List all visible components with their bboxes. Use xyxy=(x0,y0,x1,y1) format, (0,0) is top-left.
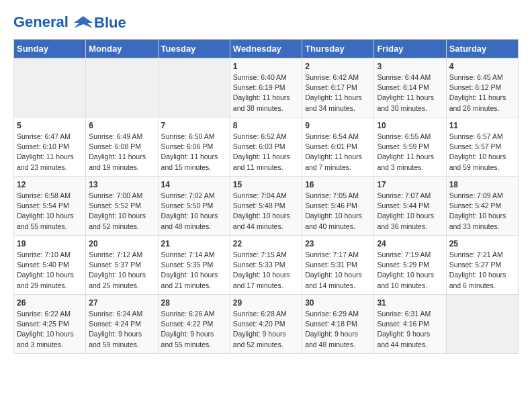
daylight-text: Daylight: 10 hours and 44 minutes. xyxy=(233,212,290,230)
calendar-cell: 6 Sunrise: 6:49 AM Sunset: 6:08 PM Dayli… xyxy=(86,118,158,177)
daylight-text: Daylight: 10 hours and 55 minutes. xyxy=(17,212,74,230)
calendar-cell xyxy=(446,295,518,354)
sunset-text: Sunset: 5:35 PM xyxy=(161,261,214,269)
sunset-text: Sunset: 5:54 PM xyxy=(17,201,69,210)
daylight-text: Daylight: 10 hours and 3 minutes. xyxy=(17,330,74,348)
day-number: 20 xyxy=(89,239,154,248)
day-number: 2 xyxy=(305,62,371,71)
day-number: 28 xyxy=(161,298,227,308)
daylight-text: Daylight: 10 hours and 48 minutes. xyxy=(161,212,218,230)
day-info: Sunrise: 7:02 AM Sunset: 5:50 PM Dayligh… xyxy=(161,191,227,232)
calendar-cell: 31 Sunrise: 6:31 AM Sunset: 4:16 PM Dayl… xyxy=(374,295,446,354)
sunset-text: Sunset: 4:18 PM xyxy=(305,320,357,328)
header-tuesday: Tuesday xyxy=(158,40,230,58)
logo: General Blue xyxy=(13,13,126,32)
day-info: Sunrise: 6:42 AM Sunset: 6:17 PM Dayligh… xyxy=(305,73,371,113)
sunrise-text: Sunrise: 7:09 AM xyxy=(449,191,503,199)
day-number: 9 xyxy=(305,121,371,130)
day-number: 17 xyxy=(377,180,443,189)
calendar-cell: 7 Sunrise: 6:50 AM Sunset: 6:06 PM Dayli… xyxy=(158,118,230,177)
daylight-text: Daylight: 10 hours and 52 minutes. xyxy=(89,212,146,230)
sunrise-text: Sunrise: 6:54 AM xyxy=(305,132,359,140)
sunrise-text: Sunrise: 7:00 AM xyxy=(89,191,142,199)
sunrise-text: Sunrise: 7:02 AM xyxy=(161,191,215,199)
day-number: 6 xyxy=(89,121,154,130)
daylight-text: Daylight: 10 hours and 25 minutes. xyxy=(89,271,146,289)
logo-blue: Blue xyxy=(94,14,126,32)
sunset-text: Sunset: 5:31 PM xyxy=(305,261,357,269)
calendar-cell: 27 Sunrise: 6:24 AM Sunset: 4:24 PM Dayl… xyxy=(86,295,158,354)
day-number: 24 xyxy=(377,239,443,248)
day-number: 21 xyxy=(161,239,227,248)
day-info: Sunrise: 6:29 AM Sunset: 4:18 PM Dayligh… xyxy=(305,309,371,350)
day-number: 1 xyxy=(233,62,299,71)
sunset-text: Sunset: 5:52 PM xyxy=(89,201,141,210)
day-number: 5 xyxy=(17,121,83,130)
logo-bird-icon xyxy=(74,13,93,32)
day-number: 7 xyxy=(161,121,227,130)
sunset-text: Sunset: 6:19 PM xyxy=(233,83,285,91)
day-info: Sunrise: 6:58 AM Sunset: 5:54 PM Dayligh… xyxy=(17,191,83,232)
sunset-text: Sunset: 6:03 PM xyxy=(233,142,285,150)
day-number: 31 xyxy=(377,298,443,308)
calendar-cell: 16 Sunrise: 7:05 AM Sunset: 5:46 PM Dayl… xyxy=(302,177,374,236)
daylight-text: Daylight: 10 hours and 36 minutes. xyxy=(377,212,434,230)
sunrise-text: Sunrise: 7:04 AM xyxy=(233,191,287,199)
sunrise-text: Sunrise: 6:57 AM xyxy=(449,132,503,140)
header-saturday: Saturday xyxy=(446,40,518,58)
daylight-text: Daylight: 11 hours and 26 minutes. xyxy=(449,93,506,111)
header-sunday: Sunday xyxy=(14,40,86,58)
day-info: Sunrise: 6:57 AM Sunset: 5:57 PM Dayligh… xyxy=(449,132,515,173)
week-row-3: 12 Sunrise: 6:58 AM Sunset: 5:54 PM Dayl… xyxy=(14,177,519,236)
calendar-cell: 19 Sunrise: 7:10 AM Sunset: 5:40 PM Dayl… xyxy=(14,236,86,295)
svg-marker-0 xyxy=(74,16,93,28)
day-info: Sunrise: 7:17 AM Sunset: 5:31 PM Dayligh… xyxy=(305,250,371,291)
sunset-text: Sunset: 6:14 PM xyxy=(377,83,429,91)
calendar-table: SundayMondayTuesdayWednesdayThursdayFrid… xyxy=(13,39,519,354)
day-number: 26 xyxy=(17,298,83,308)
day-info: Sunrise: 6:24 AM Sunset: 4:24 PM Dayligh… xyxy=(89,309,154,350)
sunrise-text: Sunrise: 7:21 AM xyxy=(449,250,503,259)
sunrise-text: Sunrise: 7:10 AM xyxy=(17,250,71,259)
calendar-cell: 1 Sunrise: 6:40 AM Sunset: 6:19 PM Dayli… xyxy=(230,58,302,118)
day-info: Sunrise: 7:14 AM Sunset: 5:35 PM Dayligh… xyxy=(161,250,227,291)
day-info: Sunrise: 7:21 AM Sunset: 5:27 PM Dayligh… xyxy=(449,250,515,291)
calendar-cell: 28 Sunrise: 6:26 AM Sunset: 4:22 PM Dayl… xyxy=(158,295,230,354)
calendar-cell: 20 Sunrise: 7:12 AM Sunset: 5:37 PM Dayl… xyxy=(86,236,158,295)
day-info: Sunrise: 6:26 AM Sunset: 4:22 PM Dayligh… xyxy=(161,309,227,350)
sunset-text: Sunset: 5:44 PM xyxy=(377,201,429,210)
calendar-cell: 29 Sunrise: 6:28 AM Sunset: 4:20 PM Dayl… xyxy=(230,295,302,354)
daylight-text: Daylight: 11 hours and 23 minutes. xyxy=(17,152,74,171)
daylight-text: Daylight: 11 hours and 7 minutes. xyxy=(305,152,362,171)
calendar-cell: 21 Sunrise: 7:14 AM Sunset: 5:35 PM Dayl… xyxy=(158,236,230,295)
sunset-text: Sunset: 5:40 PM xyxy=(17,261,69,269)
daylight-text: Daylight: 11 hours and 15 minutes. xyxy=(161,152,218,171)
week-row-5: 26 Sunrise: 6:22 AM Sunset: 4:25 PM Dayl… xyxy=(14,295,519,354)
sunrise-text: Sunrise: 6:55 AM xyxy=(377,132,431,140)
day-info: Sunrise: 6:22 AM Sunset: 4:25 PM Dayligh… xyxy=(17,309,83,350)
sunset-text: Sunset: 6:06 PM xyxy=(161,142,214,150)
day-number: 23 xyxy=(305,239,371,248)
calendar-cell: 22 Sunrise: 7:15 AM Sunset: 5:33 PM Dayl… xyxy=(230,236,302,295)
page-header: General Blue xyxy=(13,13,519,32)
day-number: 25 xyxy=(449,239,515,248)
day-info: Sunrise: 6:44 AM Sunset: 6:14 PM Dayligh… xyxy=(377,73,443,113)
day-number: 8 xyxy=(233,121,299,130)
daylight-text: Daylight: 10 hours and 6 minutes. xyxy=(449,271,506,289)
sunset-text: Sunset: 4:20 PM xyxy=(233,320,285,328)
day-info: Sunrise: 7:10 AM Sunset: 5:40 PM Dayligh… xyxy=(17,250,83,291)
day-info: Sunrise: 6:52 AM Sunset: 6:03 PM Dayligh… xyxy=(233,132,299,173)
sunrise-text: Sunrise: 6:42 AM xyxy=(305,73,359,81)
daylight-text: Daylight: 10 hours and 29 minutes. xyxy=(17,271,74,289)
sunrise-text: Sunrise: 7:12 AM xyxy=(89,250,142,259)
calendar-cell: 25 Sunrise: 7:21 AM Sunset: 5:27 PM Dayl… xyxy=(446,236,518,295)
daylight-text: Daylight: 11 hours and 3 minutes. xyxy=(377,152,434,171)
daylight-text: Daylight: 11 hours and 19 minutes. xyxy=(89,152,146,171)
sunset-text: Sunset: 5:48 PM xyxy=(233,201,285,210)
logo-general: General xyxy=(13,13,69,30)
daylight-text: Daylight: 9 hours and 55 minutes. xyxy=(161,330,214,348)
day-info: Sunrise: 7:07 AM Sunset: 5:44 PM Dayligh… xyxy=(377,191,443,232)
sunset-text: Sunset: 6:17 PM xyxy=(305,83,357,91)
calendar-cell: 26 Sunrise: 6:22 AM Sunset: 4:25 PM Dayl… xyxy=(14,295,86,354)
day-number: 27 xyxy=(89,298,154,308)
